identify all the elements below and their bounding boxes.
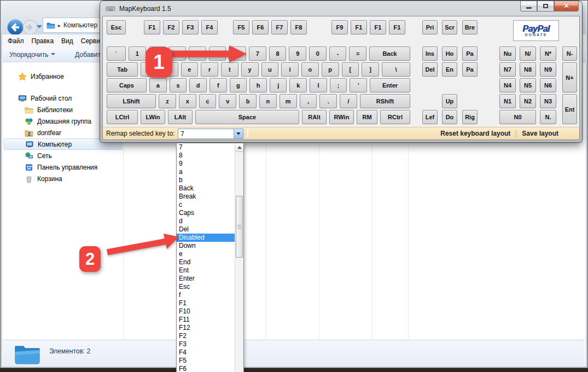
menu-item[interactable]: Файл [4,37,28,45]
key-f7[interactable]: F7 [271,20,288,34]
key-k[interactable]: k [289,78,307,92]
scrollbar-thumb[interactable] [236,196,243,258]
dropdown-item[interactable]: F2 [177,332,243,340]
key-z[interactable]: z [159,94,176,108]
key-lwin[interactable]: LWin [141,110,165,124]
title-bar[interactable]: MapKeyboard 1.5 ✕ [100,1,582,16]
dropdown-item[interactable]: End [177,258,243,266]
key-up[interactable]: Up [442,94,457,108]
key-ralt[interactable]: RAlt [302,110,327,124]
key-n7[interactable]: N7 [499,62,516,77]
key-del[interactable]: Del [422,62,438,77]
key-n4[interactable]: N4 [499,78,516,92]
dropdown-item[interactable]: b [177,176,243,184]
key-pa[interactable]: Pa [462,62,478,77]
key-c[interactable]: c [199,94,217,108]
key-n6[interactable]: N6 [540,78,556,92]
key-f1[interactable]: F1 [144,20,160,34]
key-f1[interactable]: F1 [370,20,386,34]
maximize-button[interactable] [537,1,554,11]
key-m[interactable]: m [280,94,297,108]
key-n[interactable]: N/ [520,47,536,61]
key-n0[interactable]: N0 [499,110,536,124]
key-[interactable]: ; [330,78,347,92]
key-space[interactable]: Space [195,110,299,124]
key-[interactable]: = [349,47,366,61]
key-pa[interactable]: Pa [462,47,478,61]
key-ent[interactable]: Ent [562,94,577,124]
dropdown-item[interactable]: F1 [177,299,243,307]
recent-pages-chevron-icon[interactable] [37,25,42,31]
key-[interactable]: - [329,47,347,61]
key-p[interactable]: p [322,62,339,77]
dropdown-item[interactable]: c [177,201,243,209]
key-v[interactable]: v [219,94,236,108]
key-4[interactable]: 4 [189,47,206,61]
sidebar-item[interactable]: Корзина [4,173,122,184]
dropdown-item[interactable]: Back [177,184,243,193]
key-i[interactable]: i [281,62,299,77]
key-d[interactable]: d [189,78,207,92]
key-n8[interactable]: N8 [520,62,536,77]
key-n[interactable]: n [259,94,277,108]
dropdown-item[interactable]: F12 [177,324,243,332]
key-pri[interactable]: Pri [422,20,438,34]
key-rig[interactable]: Rig [462,110,478,124]
key-scr[interactable]: Scr [442,20,457,34]
key-esc[interactable]: Esc [107,20,126,34]
dropdown-item[interactable]: 7 [177,143,243,152]
key-nu[interactable]: Nu [499,47,516,61]
key-n9[interactable]: N9 [540,62,556,77]
dropdown-item[interactable]: Enter [177,275,243,283]
key-lctrl[interactable]: LCtrl [107,110,138,124]
key-lalt[interactable]: LAlt [168,110,193,124]
dropdown-item[interactable]: F3 [177,340,243,348]
dropdown-item[interactable]: Disabled [177,234,243,242]
key-rctrl[interactable]: RCtrl [380,110,410,124]
key-f1[interactable]: F1 [351,20,367,34]
dropdown-item[interactable]: Break [177,193,243,201]
key-f9[interactable]: F9 [331,20,348,34]
key-y[interactable]: y [241,62,259,77]
dropdown-item[interactable]: e [177,250,243,258]
key-j[interactable]: j [270,78,287,92]
dropdown-item[interactable]: F5 [177,357,243,365]
key-back[interactable]: Back [369,47,410,61]
key-[interactable]: ' [350,78,367,92]
key-u[interactable]: u [261,62,279,77]
menu-item[interactable]: Вид [57,37,77,45]
key-lshift[interactable]: LShift [107,94,156,108]
key-ho[interactable]: Ho [442,47,457,61]
key-[interactable]: \ [382,62,410,77]
key-n1[interactable]: N1 [499,94,516,108]
save-layout-button[interactable]: Save layout [522,130,558,137]
dropdown-item[interactable]: F10 [177,307,243,316]
key-ins[interactable]: Ins [422,47,438,61]
key-o[interactable]: o [301,62,319,77]
key-n[interactable]: N* [540,47,556,61]
key-8[interactable]: 8 [269,47,287,61]
paypal-donate-button[interactable]: PayPal DONATE [513,20,559,41]
key-b[interactable]: b [239,94,257,108]
key-tab[interactable]: Tab [107,62,138,77]
close-button[interactable]: ✕ [554,1,579,11]
dropdown-item[interactable]: F4 [177,348,243,357]
key-do[interactable]: Do [442,110,457,124]
key-t[interactable]: t [221,62,238,77]
key-[interactable]: ] [362,62,379,77]
remap-select[interactable]: 7 [178,129,243,139]
key-f8[interactable]: F8 [290,20,307,34]
breadcrumb-location[interactable]: Компьютер [63,21,97,29]
key-bre[interactable]: Bre [462,20,478,34]
key-[interactable]: , [300,94,317,108]
dropdown-item[interactable]: f [177,291,243,299]
key-f1[interactable]: F1 [389,20,405,34]
key-f2[interactable]: F2 [163,20,179,34]
key-f[interactable]: f [209,78,227,92]
key-f4[interactable]: F4 [201,20,218,34]
dropdown-item[interactable]: Del [177,225,243,234]
key-l[interactable]: l [310,78,327,92]
menu-item[interactable]: Правка [28,37,58,45]
key-n[interactable]: N- [562,47,577,61]
key-0[interactable]: 0 [309,47,327,61]
